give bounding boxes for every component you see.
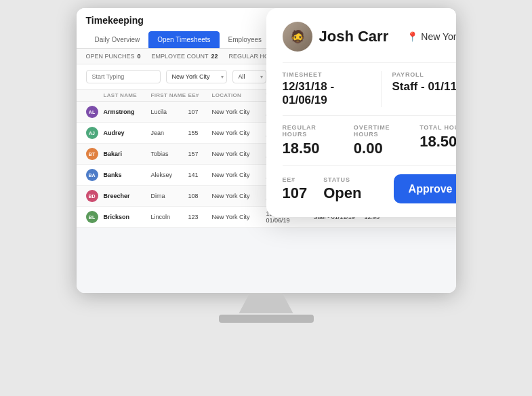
card-user: 🧔 Josh Carr [283, 22, 389, 52]
location-select[interactable]: New York City [166, 70, 227, 83]
detail-card: 🧔 Josh Carr 📍 New York City TIMESHEET 12… [266, 8, 456, 217]
user-name: Josh Carr [319, 28, 389, 45]
search-input[interactable] [86, 70, 161, 83]
card-header: 🧔 Josh Carr 📍 New York City [283, 22, 456, 52]
ee-info: EE# 107 [283, 176, 308, 202]
regular-hours-section: REGULAR HOURS 18.50 [283, 124, 348, 157]
monitor-stand [239, 293, 293, 313]
avatar: 🧔 [283, 22, 312, 52]
avatar: BD [86, 190, 98, 202]
monitor-container: Timekeeping Daily Overview Open Timeshee… [22, 8, 510, 388]
avatar: AJ [86, 127, 98, 139]
status-info: STATUS Open [323, 176, 361, 202]
card-footer: EE# 107 STATUS Open Approve ✓ [283, 174, 456, 203]
card-hours: REGULAR HOURS 18.50 OVERTIME HOURS 0.00 … [283, 124, 456, 166]
location-badge: 📍 New York City [407, 31, 455, 42]
status-select[interactable]: All [232, 70, 266, 83]
pin-icon: 📍 [407, 31, 418, 42]
employee-count-stat: EMPLOYEE COUNT 22 [152, 53, 218, 60]
card-dates: TIMESHEET 12/31/18 - 01/06/19 PAYROLL St… [283, 62, 456, 116]
status-select-wrap: All [232, 70, 266, 83]
monitor-base [219, 315, 314, 323]
avatar: BA [86, 169, 98, 181]
avatar: BL [86, 211, 98, 223]
open-punches-stat: OPEN PUNCHES 0 [86, 53, 141, 60]
overtime-hours-section: OVERTIME HOURS 0.00 [348, 124, 414, 157]
tab-daily-overview[interactable]: Daily Overview [86, 31, 149, 48]
footer-info: EE# 107 STATUS Open [283, 176, 362, 202]
timesheet-section: TIMESHEET 12/31/18 - 01/06/19 [283, 71, 382, 107]
tab-employees[interactable]: Employees [220, 31, 270, 48]
avatar: AL [86, 106, 98, 118]
avatar: BT [86, 148, 98, 160]
tab-open-timesheets[interactable]: Open Timesheets [148, 31, 219, 48]
monitor-screen: Timekeeping Daily Overview Open Timeshee… [77, 8, 456, 293]
approve-main-button[interactable]: Approve ✓ [394, 174, 456, 203]
payroll-section: PAYROLL Staff - 01/11/19 [382, 71, 456, 107]
location-select-wrap: New York City [166, 70, 227, 83]
total-hours-section: TOTAL HOURS 18.50 [414, 124, 455, 157]
